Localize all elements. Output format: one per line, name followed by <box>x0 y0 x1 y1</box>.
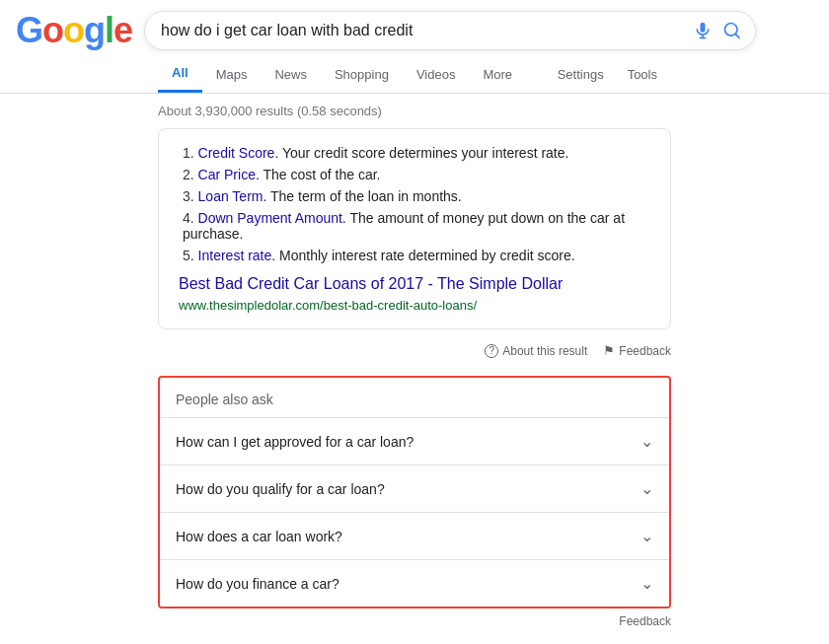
snippet-link[interactable]: Best Bad Credit Car Loans of 2017 - The … <box>179 275 650 293</box>
nav-tools[interactable]: Tools <box>618 57 667 92</box>
paa-item-4[interactable]: How do you finance a car? ⌄ <box>160 559 669 607</box>
paa-item-1[interactable]: How can I get approved for a car loan? ⌄ <box>160 417 669 465</box>
snippet-item-4: 4. Down Payment Amount. The amount of mo… <box>179 210 650 242</box>
nav-item-maps[interactable]: Maps <box>202 57 262 92</box>
about-result-btn[interactable]: ? About this result <box>485 344 587 358</box>
chevron-down-icon-4: ⌄ <box>641 574 653 593</box>
paa-question-2: How do you qualify for a car loan? <box>176 481 385 497</box>
search-input[interactable] <box>144 11 756 50</box>
chevron-down-icon-2: ⌄ <box>641 479 653 498</box>
bottom-feedback-label[interactable]: Feedback <box>619 614 671 628</box>
bottom-feedback: Feedback <box>158 608 671 630</box>
microphone-icon[interactable] <box>693 21 713 40</box>
feedback-label: Feedback <box>619 344 671 358</box>
main-content: 1. Credit Score. Your credit score deter… <box>0 124 829 634</box>
nav-item-news[interactable]: News <box>261 57 321 92</box>
question-icon: ? <box>485 344 498 358</box>
results-count: About 3,930,000 results (0.58 seconds) <box>0 94 829 124</box>
chevron-down-icon-1: ⌄ <box>641 432 653 451</box>
flag-icon: ⚑ <box>603 343 615 358</box>
about-result-label: About this result <box>502 344 587 358</box>
logo-l: l <box>105 10 113 51</box>
nav-item-all[interactable]: All <box>158 55 202 93</box>
logo-g2: g <box>84 10 105 51</box>
nav-settings[interactable]: Settings <box>548 57 614 92</box>
nav-item-shopping[interactable]: Shopping <box>321 57 403 92</box>
snippet-item-3: 3. Loan Term. The term of the loan in mo… <box>179 188 650 204</box>
paa-item-2[interactable]: How do you qualify for a car loan? ⌄ <box>160 465 669 512</box>
logo-o2: o <box>63 10 84 51</box>
svg-rect-0 <box>701 23 706 33</box>
snippet-item-2: 2. Car Price. The cost of the car. <box>179 167 650 182</box>
nav-item-videos[interactable]: Videos <box>403 57 470 92</box>
google-logo: G o o g l e <box>16 10 132 51</box>
paa-question-1: How can I get approved for a car loan? <box>176 434 414 450</box>
logo-o1: o <box>42 10 63 51</box>
search-button[interactable] <box>718 17 746 44</box>
feedback-row: ? About this result ⚑ Feedback <box>158 337 671 364</box>
snippet-item-5: 5. Interest rate. Monthly interest rate … <box>179 248 650 263</box>
nav-bar: All Maps News Shopping Videos More Setti… <box>0 55 829 94</box>
logo-e: e <box>113 10 132 51</box>
chevron-down-icon-3: ⌄ <box>641 527 653 545</box>
nav-item-more[interactable]: More <box>469 57 526 92</box>
featured-snippet: 1. Credit Score. Your credit score deter… <box>158 128 671 329</box>
people-also-ask-section: People also ask How can I get approved f… <box>158 376 671 608</box>
snippet-url: www.thesimpledolar.com/best-bad-credit-a… <box>179 298 477 313</box>
paa-question-4: How do you finance a car? <box>176 576 339 592</box>
paa-item-3[interactable]: How does a car loan work? ⌄ <box>160 512 669 559</box>
paa-question-3: How does a car loan work? <box>176 529 342 544</box>
feedback-button[interactable]: ⚑ Feedback <box>603 343 671 358</box>
header: G o o g l e <box>0 0 829 51</box>
paa-title: People also ask <box>160 378 669 417</box>
snippet-list: 1. Credit Score. Your credit score deter… <box>179 145 650 263</box>
snippet-item-1: 1. Credit Score. Your credit score deter… <box>179 145 650 161</box>
search-bar <box>144 11 756 50</box>
logo-g: G <box>16 10 42 51</box>
